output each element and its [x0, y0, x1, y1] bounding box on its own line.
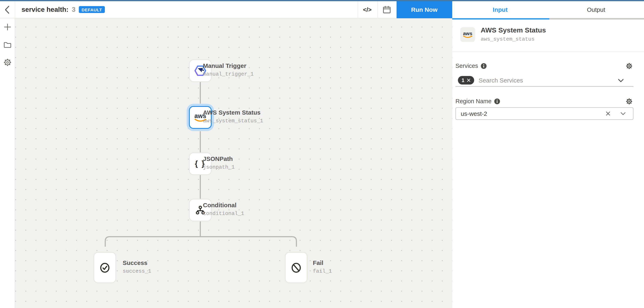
- region-label: Region Name: [456, 98, 492, 104]
- services-label: Services: [456, 62, 478, 69]
- tab-input[interactable]: Input: [452, 1, 548, 18]
- gear-icon: [3, 58, 12, 66]
- settings-button[interactable]: [0, 55, 15, 70]
- panel-tabs: Input Output: [452, 1, 644, 18]
- back-button[interactable]: [0, 1, 15, 18]
- services-settings-button[interactable]: [625, 62, 632, 70]
- svg-text:aws: aws: [463, 31, 472, 36]
- app-window: service health: 3 DEFAULT </> Run Now In…: [0, 0, 644, 308]
- region-settings-button[interactable]: [625, 98, 632, 105]
- region-label-row: Region Name: [456, 98, 500, 104]
- services-label-row: Services: [456, 62, 486, 69]
- tab-output[interactable]: Output: [548, 1, 644, 18]
- node-title: Manual Trigger: [203, 62, 254, 70]
- node-success[interactable]: [94, 252, 116, 283]
- node-name: conditional_1: [203, 210, 244, 218]
- services-multiselect[interactable]: 1 Search Services: [456, 74, 634, 86]
- node-label-conditional: Conditional conditional_1: [203, 201, 244, 218]
- node-title: Conditional: [203, 201, 244, 209]
- app-icon-tile: aws: [460, 27, 475, 42]
- default-badge: DEFAULT: [79, 6, 105, 13]
- schedule-button[interactable]: [377, 1, 396, 18]
- node-name: manual_trigger_1: [203, 71, 254, 78]
- node-label-aws-system-status: AWS System Status aws_system_status_1: [203, 108, 263, 125]
- selected-count: 1: [462, 78, 464, 83]
- panel-app-title: AWS System Status: [481, 26, 546, 34]
- tab-output-label: Output: [587, 6, 605, 13]
- node-fail[interactable]: [285, 252, 308, 283]
- region-value: us-west-2: [461, 110, 487, 117]
- chevron-down-icon[interactable]: [620, 112, 626, 116]
- tab-input-label: Input: [493, 6, 508, 13]
- gear-icon: [626, 62, 632, 69]
- prohibit-icon: [290, 261, 302, 274]
- x-icon[interactable]: [467, 78, 470, 82]
- workflow-title-group: service health: 3 DEFAULT: [22, 1, 105, 18]
- plus-icon: [3, 22, 12, 31]
- chevron-left-icon: [4, 5, 10, 14]
- node-name: aws_system_status_1: [203, 118, 263, 125]
- panel-app-subtitle: aws_system_status: [481, 36, 534, 42]
- node-title: Success: [123, 259, 151, 267]
- info-icon[interactable]: [480, 63, 486, 69]
- gear-icon: [626, 98, 632, 105]
- node-label-fail: Fail fail_1: [313, 259, 332, 275]
- code-icon: </>: [363, 6, 372, 13]
- run-now-button[interactable]: Run Now: [396, 1, 452, 18]
- aws-icon: aws: [462, 29, 474, 40]
- node-title: AWS System Status: [203, 108, 263, 116]
- workflow-canvas[interactable]: Manual Trigger manual_trigger_1 aws AWS …: [15, 18, 452, 308]
- selected-count-chip[interactable]: 1: [458, 76, 474, 84]
- node-title: Fail: [313, 259, 332, 267]
- node-label-jsonpath: JSONPath jsonpath_1: [203, 155, 235, 171]
- clear-x-icon[interactable]: [606, 111, 611, 116]
- resources-button[interactable]: [0, 38, 15, 52]
- node-name: success_1: [123, 268, 151, 275]
- folder-icon: [3, 41, 12, 48]
- left-toolbar: [0, 18, 15, 308]
- add-node-button[interactable]: [0, 20, 15, 34]
- check-circle-icon: [99, 261, 111, 274]
- calendar-icon: [382, 4, 392, 15]
- workflow-title: service health:: [22, 6, 68, 14]
- run-now-label: Run Now: [411, 6, 438, 13]
- info-icon[interactable]: [494, 98, 500, 104]
- services-placeholder: Search Services: [479, 77, 523, 84]
- panel-divider: [452, 52, 644, 52]
- node-name: jsonpath_1: [203, 164, 235, 171]
- chevron-down-icon[interactable]: [618, 79, 624, 82]
- node-title: JSONPath: [203, 155, 235, 163]
- workflow-run-count: 3: [72, 6, 75, 14]
- node-label-success: Success success_1: [123, 259, 151, 275]
- node-label-manual-trigger: Manual Trigger manual_trigger_1: [203, 62, 254, 78]
- code-view-button[interactable]: </>: [357, 1, 377, 18]
- input-panel: aws AWS System Status aws_system_status …: [452, 20, 644, 308]
- node-name: fail_1: [313, 268, 332, 275]
